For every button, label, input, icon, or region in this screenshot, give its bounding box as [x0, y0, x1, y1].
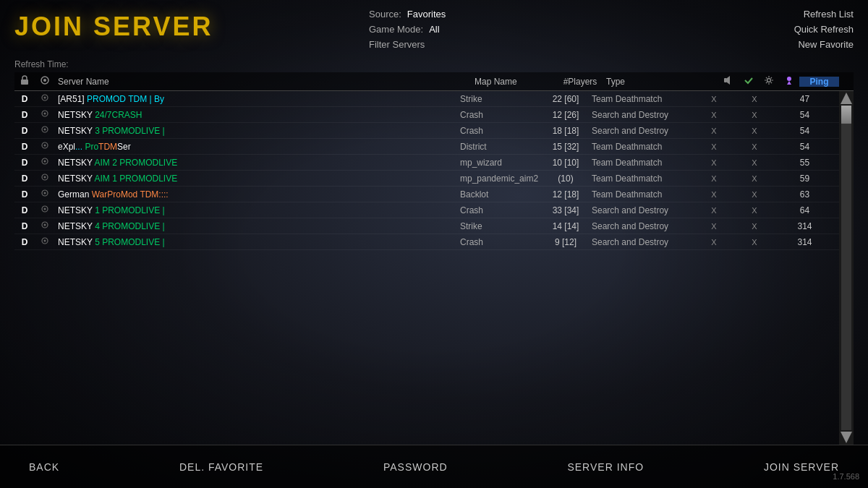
row-players: 33 [34] [540, 205, 592, 215]
header-icon1 [14, 75, 35, 87]
row-server-icon [35, 173, 55, 184]
source-value[interactable]: Favorites [407, 9, 446, 20]
table-row[interactable]: D NETSKY 3 PROMODLIVE | Crash 18 [18] Se… [14, 123, 839, 139]
source-label: Source: [369, 9, 401, 20]
row-ping: 314 [785, 237, 825, 247]
new-favorite-button[interactable]: New Favorite [798, 39, 854, 50]
row-players: 14 [14] [540, 221, 592, 231]
row-type: Search and Destroy [592, 221, 704, 231]
row-server-name: NETSKY AIM 1 PROMODLIVE [55, 174, 460, 184]
row-v3: X [744, 127, 765, 135]
password-button[interactable]: Password [369, 455, 462, 479]
row-type-indicator: D [14, 141, 35, 152]
row-type-indicator: D [14, 109, 35, 120]
quick-refresh-button[interactable]: Quick Refresh [794, 24, 854, 35]
row-map: Crash [460, 205, 540, 215]
scroll-thumb[interactable] [841, 106, 851, 124]
table-row[interactable]: D NETSKY 4 PROMODLIVE | Strike 14 [14] S… [14, 218, 839, 234]
row-players: 18 [18] [540, 126, 592, 136]
row-v1: X [704, 95, 724, 103]
row-server-icon [35, 93, 55, 104]
row-ping: 54 [785, 110, 825, 120]
table-row[interactable]: D NETSKY 5 PROMODLIVE | Crash 9 [12] Sea… [14, 234, 839, 250]
row-map: Strike [460, 221, 540, 231]
row-type-indicator: D [14, 93, 35, 104]
row-ping: 55 [785, 158, 825, 168]
row-players: 9 [12] [540, 237, 592, 247]
svg-point-4 [767, 79, 771, 82]
server-table: Server Name Map Name #Players Type [0, 72, 868, 445]
table-row[interactable]: D NETSKY AIM 2 PROMODLIVE mp_wizard 10 [… [14, 155, 839, 171]
row-players: 10 [10] [540, 158, 592, 168]
svg-point-7 [44, 97, 46, 99]
speaker-icon [723, 75, 733, 85]
row-ping: 54 [785, 142, 825, 152]
gear-icon [764, 75, 774, 85]
filter-section: Source: Favorites Game Mode: All Filter … [369, 9, 709, 50]
row-map: Crash [460, 126, 540, 136]
row-map: Strike [460, 94, 540, 104]
row-v3: X [744, 158, 765, 167]
header-ping[interactable]: Ping [799, 77, 839, 87]
row-server-icon [35, 236, 55, 247]
row-map: mp_pandemic_aim2 [460, 174, 540, 184]
table-row[interactable]: D NETSKY 24/7CRASH Crash 12 [26] Search … [14, 107, 839, 123]
row-map: Crash [460, 110, 540, 120]
back-button[interactable]: Back [14, 455, 74, 479]
row-type-indicator: D [14, 205, 35, 215]
row-ping: 47 [785, 94, 825, 104]
row-v1: X [704, 238, 724, 247]
svg-point-2 [43, 79, 46, 82]
row-type: Team Deathmatch [592, 174, 704, 184]
page-title: JOIN SERVER [14, 12, 369, 42]
header-type[interactable]: Type [606, 77, 718, 87]
row-type-indicator: D [14, 173, 35, 184]
row-server-icon [35, 205, 55, 215]
row-v3: X [744, 190, 765, 199]
del-favorite-button[interactable]: Del. Favorite [165, 455, 278, 479]
filter-servers-link[interactable]: Filter Servers [369, 39, 425, 50]
row-v3: X [744, 142, 765, 151]
refresh-list-button[interactable]: Refresh List [804, 9, 854, 20]
row-v1: X [704, 142, 724, 151]
row-type-indicator: D [14, 221, 35, 231]
bottom-toolbar: Back Del. Favorite Password Server Info … [0, 445, 868, 488]
row-ping: 64 [785, 205, 825, 215]
svg-point-11 [44, 129, 46, 131]
row-server-name: [AR51] PROMOD TDM | By [55, 94, 460, 104]
gamemode-value[interactable]: All [429, 24, 439, 35]
server-info-button[interactable]: Server Info [553, 455, 658, 479]
table-row[interactable]: D NETSKY 1 PROMODLIVE | Crash 33 [34] Se… [14, 202, 839, 218]
scroll-down-button[interactable] [841, 432, 852, 443]
table-body: D [AR51] PROMOD TDM | By Strike 22 [60] … [14, 91, 839, 445]
svg-point-15 [44, 160, 46, 163]
row-v3: X [744, 238, 765, 247]
svg-rect-0 [21, 80, 28, 85]
table-row[interactable]: D NETSKY AIM 1 PROMODLIVE mp_pandemic_ai… [14, 171, 839, 187]
gamemode-row: Game Mode: All [369, 24, 709, 35]
row-map: District [460, 142, 540, 152]
row-type: Team Deathmatch [592, 189, 704, 200]
table-row[interactable]: D eXpl... ProTDMSer District 15 [32] Tea… [14, 139, 839, 155]
header-players[interactable]: #Players [554, 77, 606, 87]
row-type: Team Deathmatch [592, 94, 704, 104]
row-v3: X [744, 206, 765, 215]
version-text: 1.7.568 [833, 472, 859, 481]
row-v3: X [744, 111, 765, 119]
row-server-icon [35, 221, 55, 231]
filter-row: Filter Servers [369, 39, 709, 50]
row-server-icon [35, 141, 55, 152]
table-row[interactable]: D [AR51] PROMOD TDM | By Strike 22 [60] … [14, 91, 839, 107]
row-type-indicator: D [14, 157, 35, 168]
scrollbar[interactable] [839, 91, 854, 445]
row-ping: 59 [785, 174, 825, 184]
header-server-name[interactable]: Server Name [55, 77, 475, 87]
row-type-indicator: D [14, 236, 35, 247]
header-map-name[interactable]: Map Name [475, 77, 554, 87]
row-type: Search and Destroy [592, 237, 704, 247]
scroll-up-button[interactable] [841, 93, 852, 104]
row-players: (10) [540, 174, 592, 184]
header-check-icon [739, 75, 759, 87]
row-players: 15 [32] [540, 142, 592, 152]
table-row[interactable]: D German WarProMod TDM:::: Backlot 12 [1… [14, 187, 839, 202]
